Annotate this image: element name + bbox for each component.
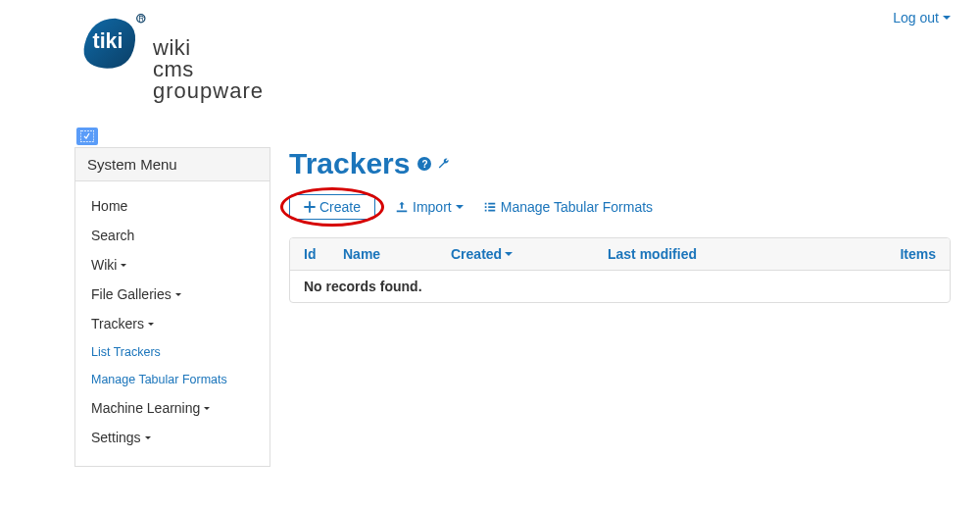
sidebar: System Menu Home Search Wiki File Galler… xyxy=(74,147,270,467)
tiki-logo-icon: tiki R xyxy=(69,4,149,84)
svg-text:R: R xyxy=(138,15,144,24)
import-label: Import xyxy=(413,199,452,215)
logout-link[interactable]: Log out xyxy=(893,10,951,26)
wrench-icon[interactable] xyxy=(437,157,451,171)
sidebar-item-home[interactable]: Home xyxy=(75,191,270,221)
manage-tabular-label: Manage Tabular Formats xyxy=(501,199,653,215)
caret-down-icon xyxy=(943,16,951,20)
sidebar-item-manage-tabular-formats[interactable]: Manage Tabular Formats xyxy=(75,366,270,393)
module-toggle-icon[interactable] xyxy=(76,128,98,145)
create-label: Create xyxy=(319,199,361,215)
th-created[interactable]: Created xyxy=(451,246,608,262)
sidebar-item-file-galleries[interactable]: File Galleries xyxy=(75,280,270,309)
create-button[interactable]: Create xyxy=(289,194,375,220)
top-bar: Log out xyxy=(893,10,951,26)
brand-line3: groupware xyxy=(153,80,264,102)
trackers-table: Id Name Created Last modified Items No r… xyxy=(289,237,951,303)
list-icon xyxy=(483,200,497,214)
plus-icon xyxy=(304,201,316,213)
sidebar-item-label: Wiki xyxy=(91,257,117,273)
sidebar-item-settings[interactable]: Settings xyxy=(75,423,270,452)
sidebar-item-label: Machine Learning xyxy=(91,400,200,416)
sidebar-item-wiki[interactable]: Wiki xyxy=(75,250,270,280)
th-created-label: Created xyxy=(451,246,502,262)
sidebar-item-search[interactable]: Search xyxy=(75,221,270,250)
caret-down-icon xyxy=(175,293,181,296)
th-last-modified[interactable]: Last modified xyxy=(608,246,877,262)
th-items[interactable]: Items xyxy=(877,246,936,262)
manage-tabular-button[interactable]: Manage Tabular Formats xyxy=(483,199,653,215)
page-title-wrap: Trackers ? xyxy=(289,147,951,180)
sidebar-item-trackers[interactable]: Trackers xyxy=(75,309,270,338)
table-empty-row: No records found. xyxy=(290,271,950,302)
sidebar-item-machine-learning[interactable]: Machine Learning xyxy=(75,393,270,423)
caret-down-icon xyxy=(121,264,126,267)
brand-line2: cms xyxy=(153,59,264,80)
upload-icon xyxy=(395,200,409,214)
brand-logo[interactable]: tiki R wiki cms groupware xyxy=(69,4,264,102)
caret-down-icon xyxy=(148,323,154,326)
svg-text:tiki: tiki xyxy=(93,29,123,53)
sidebar-item-list-trackers[interactable]: List Trackers xyxy=(75,338,270,366)
th-id[interactable]: Id xyxy=(304,246,343,262)
main-content: Trackers ? Create Import M xyxy=(289,147,951,303)
page-title: Trackers xyxy=(289,147,410,180)
sidebar-title: System Menu xyxy=(75,148,270,181)
toolbar: Create Import Manage Tabular Formats xyxy=(289,194,951,220)
sidebar-item-label: Manage Tabular Formats xyxy=(91,373,227,386)
sidebar-item-label: Home xyxy=(91,198,127,214)
sidebar-item-label: List Trackers xyxy=(91,345,161,359)
sort-desc-icon xyxy=(505,252,513,256)
sidebar-item-label: Trackers xyxy=(91,316,144,332)
table-header: Id Name Created Last modified Items xyxy=(290,238,950,271)
brand-line1: wiki xyxy=(153,37,264,59)
th-name[interactable]: Name xyxy=(343,246,451,262)
caret-down-icon xyxy=(145,436,151,439)
logout-label: Log out xyxy=(893,10,939,26)
sidebar-item-label: Settings xyxy=(91,430,141,445)
import-button[interactable]: Import xyxy=(395,199,464,215)
caret-down-icon xyxy=(204,407,210,410)
brand-text: wiki cms groupware xyxy=(153,37,264,102)
help-icon[interactable]: ? xyxy=(417,157,431,171)
no-records-text: No records found. xyxy=(304,279,422,294)
sidebar-item-label: Search xyxy=(91,228,134,243)
sidebar-item-label: File Galleries xyxy=(91,286,172,302)
caret-down-icon xyxy=(456,205,464,209)
